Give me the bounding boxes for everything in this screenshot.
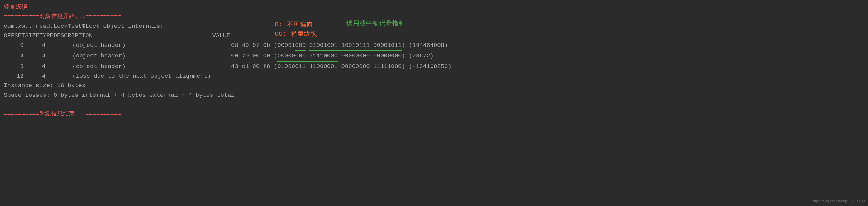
cell-offset: 12: [4, 72, 29, 81]
table-row: 0 4 (object header) 08 49 97 0b (0000100…: [4, 41, 864, 51]
cell-type: [51, 62, 72, 71]
cell-type: [51, 51, 72, 62]
cell-type: [51, 41, 72, 51]
cell-desc: (loss due to the next object alignment): [72, 72, 231, 81]
cell-size: 4: [29, 41, 51, 51]
cell-size: 4: [29, 51, 51, 62]
bin-underline: 000: [295, 41, 306, 51]
cell-dec: (194464008): [409, 41, 448, 51]
hdr-desc: DESCRIPTION: [54, 31, 213, 40]
annot-line1: O: 不可偏向: [275, 20, 317, 29]
cell-hex: 08 49 97 0b: [231, 41, 270, 51]
annotation-orange: O: 不可偏向 OO: 轻量级锁: [275, 20, 317, 39]
cell-desc: (object header): [72, 51, 231, 62]
cell-type: [51, 72, 72, 81]
hdr-size: SIZE: [25, 31, 39, 40]
annot-line2: OO: 轻量级锁: [275, 29, 317, 39]
bin-pre: 01000011 11000001 00000000 11111000: [277, 62, 402, 71]
annotation-green: 调用栈中锁记录指针: [346, 19, 405, 29]
cell-desc: (object header): [72, 62, 231, 71]
watermark: https://blog.csdn.net/qq_32099833: [812, 199, 865, 204]
table-row: 4 4 (object header) 00 70 00 00 (0000000…: [4, 51, 864, 62]
cell-offset: 4: [4, 51, 29, 62]
cell-size: 4: [29, 62, 51, 71]
hdr-offset: OFFSET: [4, 31, 25, 40]
bin-underline: 00000000 01110000: [277, 51, 338, 62]
cell-size: 4: [29, 72, 51, 81]
cell-dec: (28672): [409, 51, 434, 62]
space-losses: Space losses: 0 bytes internal + 4 bytes…: [4, 91, 864, 100]
cell-offset: 8: [4, 62, 29, 71]
hdr-type: TYPE: [39, 31, 54, 40]
title-line: 轻量级锁: [4, 2, 864, 12]
table-row: 12 4 (loss due to the next object alignm…: [4, 72, 864, 81]
console-output: 轻量级锁 ==========对象信息开始...========== com.x…: [4, 2, 864, 119]
bin-underline2: 01001001 10010111 00001011: [309, 41, 402, 51]
cell-hex: 43 c1 00 f8: [231, 62, 270, 71]
divider-start: ==========对象信息开始...==========: [4, 12, 864, 21]
cell-offset: 0: [4, 41, 29, 51]
divider-end: ==========对象信息结束...==========: [4, 109, 864, 119]
bin-post: 00000000 00000000: [341, 51, 402, 62]
class-line: com.xw.thread.LockTest$Lock object inter…: [4, 22, 864, 31]
header-row: OFFSET SIZE TYPE DESCRIPTION VALUE: [4, 31, 864, 40]
bin-pre: 00001: [277, 41, 295, 51]
instance-size: Instance size: 16 bytes: [4, 81, 864, 90]
table-row: 8 4 (object header) 43 c1 00 f8 (0100001…: [4, 62, 864, 71]
cell-dec: (-134168253): [409, 62, 452, 71]
cell-hex: 00 70 00 00: [231, 51, 270, 62]
cell-desc: (object header): [72, 41, 231, 51]
hdr-value: VALUE: [213, 31, 230, 40]
